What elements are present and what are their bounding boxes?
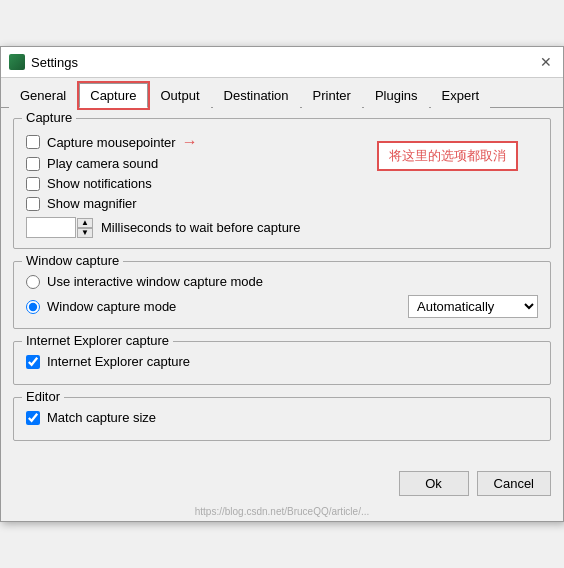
title-bar: Settings ✕ [1, 47, 563, 78]
editor-group-inner: Match capture size [26, 406, 538, 425]
window-capture-mode-label: Window capture mode [47, 299, 176, 314]
capture-group: Capture Capture mousepointer → 将这里的选项都取消… [13, 118, 551, 249]
show-magnifier-label: Show magnifier [47, 196, 137, 211]
editor-group: Editor Match capture size [13, 397, 551, 441]
tab-plugins[interactable]: Plugins [364, 83, 429, 108]
window-capture-group-title: Window capture [22, 253, 123, 268]
window-title: Settings [31, 55, 537, 70]
show-notifications-checkbox[interactable] [26, 177, 40, 191]
capture-mousepointer-label: Capture mousepointer [47, 135, 176, 150]
ie-capture-label: Internet Explorer capture [47, 354, 190, 369]
tab-printer[interactable]: Printer [302, 83, 362, 108]
milliseconds-input[interactable]: 100 [26, 217, 76, 238]
interactive-mode-label: Use interactive window capture mode [47, 274, 263, 289]
spinner-down[interactable]: ▼ [77, 228, 93, 238]
milliseconds-label: Milliseconds to wait before capture [101, 220, 300, 235]
tab-capture[interactable]: Capture [79, 83, 147, 108]
tab-destination[interactable]: Destination [213, 83, 300, 108]
tab-general[interactable]: General [9, 83, 77, 108]
play-camera-sound-checkbox[interactable] [26, 157, 40, 171]
show-notifications-row[interactable]: Show notifications [26, 176, 538, 191]
ie-capture-inner: Internet Explorer capture [26, 350, 538, 369]
capture-mousepointer-row: Capture mousepointer → 将这里的选项都取消 [26, 133, 538, 151]
footer: Ok Cancel [1, 463, 563, 506]
cancel-button[interactable]: Cancel [477, 471, 551, 496]
ie-capture-group-title: Internet Explorer capture [22, 333, 173, 348]
show-magnifier-row[interactable]: Show magnifier [26, 196, 538, 211]
watermark: https://blog.csdn.net/BruceQQ/article/..… [1, 506, 563, 521]
window-capture-group: Window capture Use interactive window ca… [13, 261, 551, 329]
match-capture-size-label: Match capture size [47, 410, 156, 425]
ie-capture-checkbox[interactable] [26, 355, 40, 369]
editor-group-title: Editor [22, 389, 64, 404]
ie-capture-group: Internet Explorer capture Internet Explo… [13, 341, 551, 385]
tab-output[interactable]: Output [150, 83, 211, 108]
show-magnifier-checkbox[interactable] [26, 197, 40, 211]
window-capture-mode-radio[interactable] [26, 300, 40, 314]
settings-content: Capture Capture mousepointer → 将这里的选项都取消… [1, 108, 563, 463]
show-notifications-label: Show notifications [47, 176, 152, 191]
settings-window: Settings ✕ General Capture Output Destin… [0, 46, 564, 522]
play-camera-sound-label: Play camera sound [47, 156, 158, 171]
ok-button[interactable]: Ok [399, 471, 469, 496]
annotation-box: 将这里的选项都取消 [377, 141, 518, 171]
interactive-mode-row: Use interactive window capture mode [26, 274, 538, 289]
spinner-controls: ▲ ▼ [77, 218, 93, 238]
app-icon [9, 54, 25, 70]
spinner-up[interactable]: ▲ [77, 218, 93, 228]
tabs-bar: General Capture Output Destination Print… [1, 78, 563, 108]
ie-capture-row[interactable]: Internet Explorer capture [26, 354, 538, 369]
match-capture-size-checkbox[interactable] [26, 411, 40, 425]
window-capture-dropdown[interactable]: Automatically Manual Semi-automatic [408, 295, 538, 318]
close-button[interactable]: ✕ [537, 53, 555, 71]
capture-mousepointer-checkbox[interactable] [26, 135, 40, 149]
milliseconds-row: 100 ▲ ▼ Milliseconds to wait before capt… [26, 217, 538, 238]
capture-group-title: Capture [22, 110, 76, 125]
annotation-arrow: → [182, 133, 198, 151]
tab-expert[interactable]: Expert [431, 83, 491, 108]
window-capture-mode-row: Window capture mode Automatically Manual… [26, 295, 538, 318]
match-capture-size-row[interactable]: Match capture size [26, 410, 538, 425]
interactive-mode-radio[interactable] [26, 275, 40, 289]
